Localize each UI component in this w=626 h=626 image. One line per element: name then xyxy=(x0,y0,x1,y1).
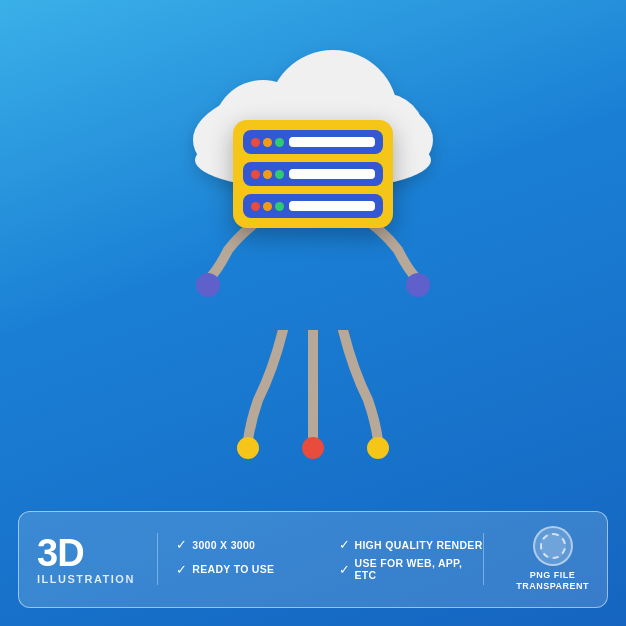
server-box xyxy=(233,120,393,228)
png-label: PNG FILETRANSPARENT xyxy=(516,570,589,593)
dot-green-3 xyxy=(275,202,284,211)
dot-red-3 xyxy=(251,202,260,211)
label-3d: 3D xyxy=(37,534,84,572)
dot-group-3 xyxy=(251,202,284,211)
check-text-1: 3000 X 3000 xyxy=(192,539,255,551)
check-icon-4: ✓ xyxy=(339,562,350,577)
check-icon-3: ✓ xyxy=(176,562,187,577)
check-text-4: USE FOR WEB, APP, ETC xyxy=(355,557,483,581)
server-row-1 xyxy=(243,130,383,154)
server-bar-1 xyxy=(289,137,375,147)
dot-yellow-1 xyxy=(263,138,272,147)
server-row-2 xyxy=(243,162,383,186)
server-row-3 xyxy=(243,194,383,218)
server-bar-3 xyxy=(289,201,375,211)
checklist: ✓ 3000 X 3000 ✓ HIGH QUALITY RENDER ✓ RE… xyxy=(176,537,482,581)
check-item-1: ✓ 3000 X 3000 xyxy=(176,537,320,552)
divider-1 xyxy=(157,533,159,585)
dot-green-2 xyxy=(275,170,284,179)
illustration-container xyxy=(143,30,483,460)
dot-group-1 xyxy=(251,138,284,147)
svg-point-5 xyxy=(196,273,220,297)
background: 3D ILLUSTRATION ✓ 3000 X 3000 ✓ HIGH QUA… xyxy=(0,0,626,626)
divider-2 xyxy=(483,533,485,585)
dot-group-2 xyxy=(251,170,284,179)
png-badge: PNG FILETRANSPARENT xyxy=(516,526,589,593)
check-icon-2: ✓ xyxy=(339,537,350,552)
check-icon-1: ✓ xyxy=(176,537,187,552)
check-text-2: HIGH QUALITY RENDER xyxy=(355,539,483,551)
server-bar-2 xyxy=(289,169,375,179)
png-circle xyxy=(533,526,573,566)
check-item-2: ✓ HIGH QUALITY RENDER xyxy=(339,537,483,552)
dot-yellow-3 xyxy=(263,202,272,211)
label-illustration: ILLUSTRATION xyxy=(37,573,135,585)
info-3d-section: 3D ILLUSTRATION xyxy=(37,534,135,585)
dot-red-1 xyxy=(251,138,260,147)
legs-svg xyxy=(203,330,423,460)
svg-point-7 xyxy=(237,437,259,459)
png-inner xyxy=(540,533,566,559)
svg-point-8 xyxy=(302,437,324,459)
check-item-3: ✓ READY TO USE xyxy=(176,557,320,581)
check-item-4: ✓ USE FOR WEB, APP, ETC xyxy=(339,557,483,581)
svg-point-6 xyxy=(406,273,430,297)
check-text-3: READY TO USE xyxy=(192,563,274,575)
dot-green-1 xyxy=(275,138,284,147)
svg-point-9 xyxy=(367,437,389,459)
dot-red-2 xyxy=(251,170,260,179)
info-bar: 3D ILLUSTRATION ✓ 3000 X 3000 ✓ HIGH QUA… xyxy=(18,511,608,608)
dot-yellow-2 xyxy=(263,170,272,179)
